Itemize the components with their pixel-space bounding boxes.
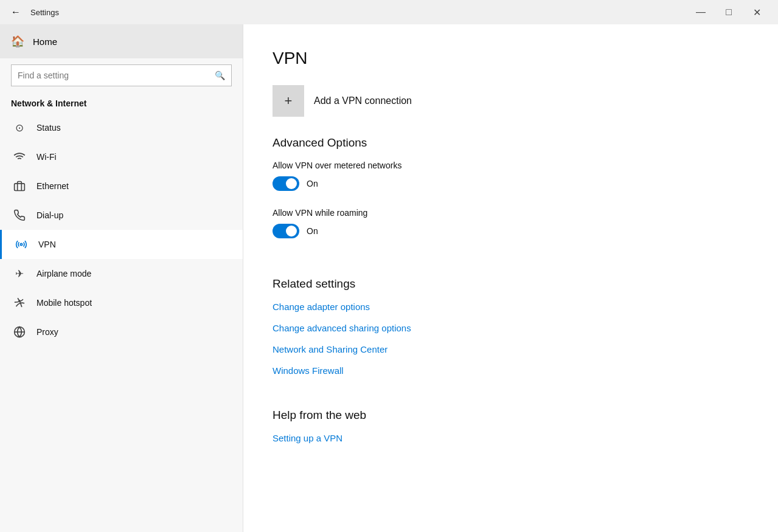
option1-toggle-row: On — [273, 176, 749, 191]
title-bar: ← Settings — □ ✕ — [0, 0, 778, 24]
sidebar-item-airplane[interactable]: ✈ Airplane mode — [0, 259, 243, 288]
help-heading: Help from the web — [273, 409, 749, 422]
option1-status: On — [307, 179, 318, 188]
minimize-button[interactable]: — — [687, 0, 715, 24]
option2-label: Allow VPN while roaming — [273, 208, 749, 218]
sidebar-item-label: Mobile hotspot — [36, 298, 92, 308]
wifi-icon — [11, 151, 28, 163]
maximize-button[interactable]: □ — [715, 0, 743, 24]
app-title: Settings — [30, 8, 59, 17]
search-input[interactable] — [18, 71, 215, 80]
svg-rect-1 — [15, 184, 25, 191]
home-icon: 🏠 — [11, 35, 24, 48]
svg-point-2 — [20, 243, 22, 245]
home-label: Home — [33, 36, 57, 47]
add-vpn-label: Add a VPN connection — [314, 95, 412, 106]
main-content: VPN + Add a VPN connection Advanced Opti… — [243, 24, 778, 532]
option1-label: Allow VPN over metered networks — [273, 161, 749, 170]
back-icon: ← — [11, 7, 21, 18]
vpn-metered-toggle[interactable] — [273, 176, 299, 191]
sidebar-item-label: Status — [36, 123, 61, 133]
sidebar-section-title: Network & Internet — [0, 90, 243, 113]
sidebar-item-dialup[interactable]: Dial-up — [0, 201, 243, 230]
sidebar-item-label: Wi-Fi — [36, 152, 57, 162]
sidebar-item-proxy[interactable]: Proxy — [0, 317, 243, 347]
change-sharing-options-link[interactable]: Change advanced sharing options — [273, 323, 749, 333]
airplane-icon: ✈ — [11, 268, 28, 280]
page-title: VPN — [273, 49, 749, 68]
option2-toggle-row: On — [273, 224, 749, 238]
app-body: 🏠 Home 🔍 Network & Internet ⊙ Status Wi-… — [0, 24, 778, 532]
hotspot-icon — [11, 297, 28, 309]
sidebar-item-label: Airplane mode — [36, 269, 91, 278]
sidebar-item-label: Ethernet — [36, 181, 69, 191]
sidebar-item-label: Proxy — [36, 327, 58, 337]
sidebar-item-wifi[interactable]: Wi-Fi — [0, 142, 243, 171]
add-vpn-button[interactable]: + Add a VPN connection — [273, 85, 749, 117]
dialup-icon — [11, 209, 28, 221]
sidebar-item-status[interactable]: ⊙ Status — [0, 113, 243, 142]
vpn-icon — [13, 238, 30, 250]
sidebar-item-hotspot[interactable]: Mobile hotspot — [0, 288, 243, 317]
search-icon: 🔍 — [215, 71, 225, 80]
advanced-options-heading: Advanced Options — [273, 136, 749, 150]
related-settings-heading: Related settings — [273, 277, 749, 291]
sidebar-item-ethernet[interactable]: Ethernet — [0, 171, 243, 201]
sidebar-item-vpn[interactable]: VPN — [0, 230, 243, 259]
close-button[interactable]: ✕ — [743, 0, 771, 24]
add-vpn-icon: + — [273, 85, 304, 117]
window-controls: — □ ✕ — [687, 0, 771, 24]
setting-up-vpn-link[interactable]: Setting up a VPN — [273, 433, 749, 443]
network-sharing-center-link[interactable]: Network and Sharing Center — [273, 344, 749, 354]
proxy-icon — [11, 326, 28, 338]
sidebar-home-button[interactable]: 🏠 Home — [0, 24, 243, 58]
option2-status: On — [307, 226, 318, 236]
ethernet-icon — [11, 180, 28, 192]
sidebar-item-label: VPN — [38, 240, 56, 249]
status-icon: ⊙ — [11, 122, 28, 134]
vpn-roaming-toggle[interactable] — [273, 224, 299, 238]
windows-firewall-link[interactable]: Windows Firewall — [273, 365, 749, 376]
sidebar: 🏠 Home 🔍 Network & Internet ⊙ Status Wi-… — [0, 24, 243, 532]
change-adapter-options-link[interactable]: Change adapter options — [273, 302, 749, 312]
sidebar-item-label: Dial-up — [36, 210, 63, 220]
back-button[interactable]: ← — [7, 4, 24, 21]
search-box[interactable]: 🔍 — [11, 64, 232, 86]
